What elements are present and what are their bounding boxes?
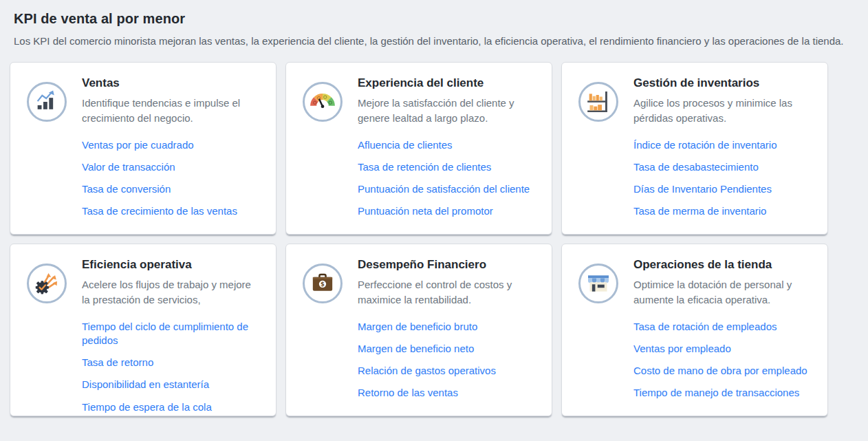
kpi-link[interactable]: Relación de gastos operativos	[358, 364, 536, 378]
kpi-card-grid: Ventas Identifique tendencias e impulse …	[10, 62, 854, 416]
kpi-link[interactable]: Margen de beneficio neto	[358, 342, 536, 356]
customer-satisfaction-gauge-icon	[309, 88, 336, 116]
kpi-link-list: Índice de rotación de inventarioTasa de …	[633, 138, 812, 219]
card-description: Optimice la dotación de personal y aumen…	[633, 277, 812, 308]
card-icon-ring	[27, 82, 67, 122]
kpi-card: Gestión de inventarios Agilice los proce…	[561, 62, 828, 235]
card-body: Desempeño Financiero Perfeccione el cont…	[343, 258, 536, 409]
kpi-link-list: Tasa de rotación de empleadosVentas por …	[633, 320, 812, 400]
kpi-link[interactable]: Margen de beneficio bruto	[358, 320, 536, 334]
kpi-link[interactable]: Puntuación neta del promotor	[358, 204, 536, 218]
kpi-link[interactable]: Tasa de merma de inventario	[633, 204, 812, 218]
sales-trend-icon	[33, 88, 61, 116]
kpi-link-list: Ventas por pie cuadradoValor de transacc…	[82, 138, 261, 219]
kpi-card: Operaciones de la tienda Optimice la dot…	[561, 244, 828, 416]
kpi-link[interactable]: Costo de mano de obra por empleado	[633, 364, 812, 378]
kpi-link-list: Tiempo del ciclo de cumplimiento de pedi…	[82, 320, 261, 414]
kpi-link[interactable]: Puntuación de satisfacción del cliente	[358, 182, 536, 196]
efficiency-gear-icon	[33, 270, 61, 297]
kpi-link-list: Afluencia de clientesTasa de retención d…	[358, 138, 536, 219]
card-body: Operaciones de la tienda Optimice la dot…	[618, 258, 812, 409]
card-body: Ventas Identifique tendencias e impulse …	[67, 76, 261, 227]
inventory-shelf-icon	[585, 88, 612, 116]
kpi-link[interactable]: Tasa de conversión	[82, 182, 261, 196]
kpi-link[interactable]: Ventas por empleado	[633, 342, 812, 356]
storefront-icon	[585, 270, 612, 297]
kpi-link[interactable]: Ventas por pie cuadrado	[82, 138, 261, 152]
kpi-link[interactable]: Tasa de crecimiento de las ventas	[82, 204, 261, 218]
svg-text:$: $	[321, 281, 325, 288]
card-title: Operaciones de la tienda	[633, 258, 812, 272]
card-description: Perfeccione el control de costos y maxim…	[358, 277, 536, 308]
kpi-link-list: Margen de beneficio brutoMargen de benef…	[358, 320, 536, 400]
card-title: Eficiencia operativa	[82, 258, 261, 272]
card-icon-ring	[578, 263, 618, 303]
card-body: Experiencia del cliente Mejore la satisf…	[343, 76, 536, 227]
kpi-card: Eficiencia operativa Acelere los flujos …	[10, 244, 276, 416]
card-icon-ring	[27, 263, 67, 303]
kpi-link[interactable]: Índice de rotación de inventario	[633, 138, 812, 152]
card-title: Gestión de inventarios	[633, 76, 812, 90]
card-body: Eficiencia operativa Acelere los flujos …	[67, 258, 261, 416]
card-description: Mejore la satisfacción del cliente y gen…	[358, 96, 536, 127]
kpi-link[interactable]: Retorno de las ventas	[358, 386, 536, 400]
kpi-link[interactable]: Tasa de retención de clientes	[358, 160, 536, 174]
card-description: Identifique tendencias e impulse el crec…	[82, 96, 261, 127]
page-title: KPI de venta al por menor	[14, 11, 854, 27]
kpi-link[interactable]: Valor de transacción	[82, 160, 261, 174]
card-title: Desempeño Financiero	[358, 258, 536, 272]
kpi-link[interactable]: Días de Inventario Pendientes	[633, 182, 812, 196]
kpi-link[interactable]: Tasa de rotación de empleados	[633, 320, 812, 334]
page-description: Los KPI del comercio minorista mejoran l…	[14, 34, 854, 50]
kpi-card: Ventas Identifique tendencias e impulse …	[10, 62, 276, 235]
kpi-link[interactable]: Tasa de desabastecimiento	[633, 160, 812, 174]
card-icon-ring	[303, 82, 343, 122]
card-title: Experiencia del cliente	[358, 76, 536, 90]
kpi-link[interactable]: Tiempo de espera de la cola	[82, 400, 261, 414]
card-icon-ring: $	[303, 263, 343, 303]
kpi-link[interactable]: Tiempo de manejo de transacciones	[633, 386, 812, 400]
card-body: Gestión de inventarios Agilice los proce…	[618, 76, 812, 227]
card-title: Ventas	[82, 76, 261, 90]
card-icon-ring	[578, 82, 618, 122]
finance-briefcase-icon: $	[309, 270, 336, 297]
kpi-link[interactable]: Tiempo del ciclo de cumplimiento de pedi…	[82, 320, 261, 348]
kpi-page: KPI de venta al por menor Los KPI del co…	[0, 0, 868, 426]
kpi-link[interactable]: Disponibilidad en estantería	[82, 378, 261, 391]
kpi-link[interactable]: Tasa de retorno	[82, 356, 261, 369]
kpi-card: Experiencia del cliente Mejore la satisf…	[285, 62, 552, 235]
kpi-link[interactable]: Afluencia de clientes	[358, 138, 536, 152]
card-description: Agilice los procesos y minimice las pérd…	[633, 96, 812, 127]
kpi-card: $ Desempeño Financiero Perfeccione el co…	[285, 244, 552, 416]
card-description: Acelere los flujos de trabajo y mejore l…	[82, 277, 261, 308]
